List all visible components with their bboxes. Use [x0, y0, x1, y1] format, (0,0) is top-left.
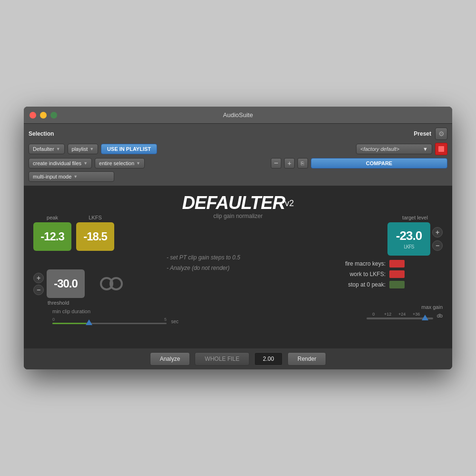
maximize-button[interactable]	[50, 112, 57, 119]
whole-file-button[interactable]: WHOLE FILE	[195, 352, 249, 366]
peak-label: peak	[33, 215, 71, 220]
work-lkfs-toggle[interactable]	[389, 270, 405, 278]
target-level-label: target level	[387, 215, 443, 220]
multi-input-arrow-icon: ▼	[73, 174, 78, 179]
multi-input-dropdown[interactable]: multi-input mode ▼	[29, 171, 114, 182]
threshold-label: threshold	[48, 300, 130, 306]
peak-meter[interactable]: -12.3	[33, 222, 71, 251]
preset-label: Preset	[414, 130, 431, 137]
entire-selection-dropdown[interactable]: entire selection ▼	[95, 158, 145, 169]
minus-button[interactable]: −	[271, 158, 281, 169]
window-title: AudioSuite	[223, 111, 253, 119]
factory-default-arrow-icon: ▼	[423, 146, 428, 152]
plus-button[interactable]: +	[284, 158, 295, 169]
analyze-button[interactable]: Analyze	[150, 352, 190, 366]
gain-thumb[interactable]	[422, 315, 428, 320]
threshold-controls: + −	[33, 273, 44, 295]
threshold-row: + − -30.0	[33, 269, 130, 298]
threshold-plus-button[interactable]: +	[33, 273, 44, 283]
target-controls: -23.0 LKFS + −	[387, 222, 443, 256]
render-button[interactable]: Render	[288, 352, 326, 366]
controls-row2: Defaulter ▼ playlist ▼ USE IN PLAYLIST <…	[29, 143, 447, 155]
controls-row4: multi-input mode ▼	[29, 171, 447, 182]
fire-macro-row: fire macro keys:	[328, 260, 405, 268]
work-lkfs-label: work to LKFS:	[328, 271, 386, 278]
plugin-version: v2	[285, 198, 294, 208]
meters-row: -12.3 -18.5	[33, 222, 114, 251]
db-label: db	[437, 313, 443, 318]
lkfs-meter[interactable]: -18.5	[76, 222, 114, 251]
fire-macro-label: fire macro keys:	[328, 260, 386, 267]
main-window: AudioSuite Selection Preset ⚙ Defaulter …	[24, 107, 452, 369]
max-gain-section: max gain 0 +12 +24 +36 db	[367, 304, 443, 319]
version-display: 2.00	[254, 352, 283, 366]
preset-gear-icon[interactable]: ⚙	[435, 128, 447, 140]
selection-label: Selection	[29, 130, 414, 137]
gain-slider-area: 0 +12 +24 +36 db	[367, 312, 443, 319]
copy-button[interactable]: ⎘	[298, 158, 308, 169]
red-square-icon	[438, 146, 444, 152]
use-in-playlist-button[interactable]: USE IN PLAYLIST	[101, 144, 157, 154]
gain-ruler: 0 +12 +24 +36	[367, 312, 433, 319]
target-level-meter[interactable]: -23.0 LKFS	[387, 222, 430, 256]
factory-default-dropdown[interactable]: <factory default> ▼	[356, 144, 432, 154]
target-plus-button[interactable]: +	[432, 227, 443, 238]
close-button[interactable]	[30, 112, 36, 119]
stop-peak-toggle[interactable]	[389, 281, 405, 288]
create-files-dropdown[interactable]: create individual files ▼	[29, 158, 92, 169]
window-controls	[30, 112, 57, 119]
min-clip-label: min clip duration	[52, 308, 167, 314]
max-gain-label: max gain	[367, 304, 443, 310]
controls-row3: create individual files ▼ entire selecti…	[29, 158, 447, 169]
minimize-button[interactable]	[40, 112, 47, 119]
target-pm-controls: + −	[432, 227, 443, 251]
threshold-minus-button[interactable]: −	[33, 285, 44, 295]
stop-peak-label: stop at 0 peak:	[328, 281, 386, 288]
plugin-area: DEFAULTERv2 clip gain normalizer peak LK…	[24, 186, 452, 348]
slider-fill	[52, 323, 87, 324]
defaulter-dropdown[interactable]: Defaulter ▼	[29, 144, 65, 154]
target-minus-button[interactable]: −	[432, 240, 443, 251]
slider-thumb[interactable]	[86, 319, 92, 325]
gain-track[interactable]	[367, 317, 433, 319]
lkfs-label: LKFS	[76, 215, 114, 220]
stop-peak-row: stop at 0 peak:	[328, 281, 405, 288]
right-toggles: fire macro keys: work to LKFS: stop at 0…	[328, 260, 405, 291]
compare-button[interactable]: COMPARE	[311, 158, 447, 169]
target-section: target level -23.0 LKFS + −	[387, 215, 443, 256]
playlist-dropdown[interactable]: playlist ▼	[68, 144, 99, 154]
work-lkfs-row: work to LKFS:	[328, 270, 405, 278]
red-square-button[interactable]	[435, 143, 447, 155]
playlist-arrow-icon: ▼	[89, 147, 94, 151]
defaulter-arrow-icon: ▼	[56, 147, 60, 151]
center-desc: - set PT clip gain steps to 0.5 - Analyz…	[167, 253, 309, 273]
top-controls: Selection Preset ⚙ Defaulter ▼ playlist …	[24, 124, 452, 186]
plugin-title: DEFAULTER	[182, 193, 285, 213]
title-bar: AudioSuite	[24, 107, 452, 124]
threshold-meter[interactable]: -30.0	[47, 269, 85, 298]
link-icon	[92, 269, 130, 298]
create-files-arrow-icon: ▼	[83, 161, 88, 166]
entire-selection-arrow-icon: ▼	[136, 161, 140, 166]
meter-labels: peak LKFS	[33, 215, 114, 220]
meters-section: peak LKFS -12.3 -18.5	[33, 215, 114, 251]
min-clip-section: min clip duration 0 5 sec	[52, 308, 167, 324]
fire-macro-toggle[interactable]	[389, 260, 405, 268]
controls-row1: Selection Preset ⚙	[29, 128, 447, 140]
min-clip-slider[interactable]	[52, 323, 167, 324]
slider-container: 0 5 sec	[52, 317, 167, 324]
slider-labels: 0 5 sec	[52, 317, 167, 322]
threshold-section: + − -30.0 threshold	[33, 269, 130, 306]
bottom-bar: Analyze WHOLE FILE 2.00 Render	[24, 348, 452, 369]
